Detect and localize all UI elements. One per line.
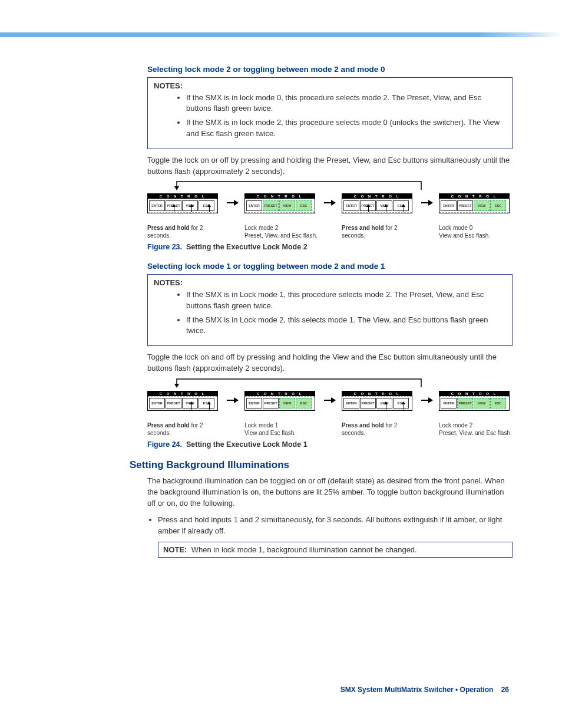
up-arrow-icon — [386, 206, 386, 212]
footer-text: SMX System MultiMatrix Switcher • Operat… — [340, 686, 494, 694]
up-arrows-group — [342, 206, 412, 216]
button-row: ENTERPRESETVIEWESC — [439, 199, 509, 213]
panel-button-enter: ENTER — [441, 398, 457, 409]
return-arrow-icon — [177, 379, 424, 388]
section3-note-box: NOTE: When in lock mode 1, background il… — [158, 542, 513, 558]
panel-button-preset: PRESET — [263, 398, 279, 409]
step-caption: Lock mode 1 View and Esc flash. — [244, 421, 318, 437]
button-row: ENTERPRESETVIEWESC — [245, 396, 315, 410]
note-item: If the SMX is in Lock mode 1, this proce… — [186, 289, 506, 311]
panel-button-esc: ESC — [296, 398, 312, 409]
diagram-step: C O N T R O LENTERPRESETVIEWESCPress and… — [342, 193, 415, 239]
header-gradient-bar — [0, 32, 562, 37]
page-number: 26 — [501, 686, 509, 694]
figure23-caption: Figure 23. Setting the Executive Lock Mo… — [147, 243, 513, 251]
notes-label: NOTES: — [154, 278, 506, 287]
control-label: C O N T R O L — [439, 391, 509, 396]
up-arrow-icon — [209, 404, 210, 410]
panel-button-enter: ENTER — [246, 398, 262, 409]
note-text: When in lock mode 1, background illumina… — [191, 545, 417, 554]
diagram-step: C O N T R O LENTERPRESETVIEWESCPress and… — [342, 391, 415, 437]
control-panel: C O N T R O LENTERPRESETVIEWESC — [439, 193, 510, 213]
section3-heading: Setting Background Illuminations — [130, 459, 513, 471]
note-item: If the SMX is in Lock mode 2, this selec… — [186, 315, 506, 336]
figure24-diagram: C O N T R O LENTERPRESETVIEWESCPress and… — [147, 380, 513, 437]
panel-button-view: VIEW — [474, 398, 490, 409]
step-caption: Lock mode 0 View and Esc flash. — [439, 224, 513, 239]
section3-paragraph: The background illumination can be toggl… — [147, 476, 513, 509]
step-caption: Press and hold for 2 seconds. — [342, 421, 415, 437]
panel-button-preset: PRESET — [457, 398, 473, 409]
control-label: C O N T R O L — [245, 194, 315, 199]
up-arrow-icon — [209, 206, 210, 212]
section2-paragraph: Toggle the lock on and off by pressing a… — [147, 352, 513, 374]
up-arrow-icon — [404, 206, 404, 212]
control-panel: C O N T R O LENTERPRESETVIEWESC — [244, 193, 315, 213]
up-arrows-group — [342, 404, 412, 413]
step-caption: Lock mode 2 Preset, View, and Esc flash. — [244, 224, 318, 239]
note-item: If the SMX is in lock mode 2, this proce… — [186, 117, 506, 139]
control-panel: C O N T R O LENTERPRESETVIEWESC — [439, 391, 510, 411]
up-arrows-group — [147, 206, 218, 216]
control-label: C O N T R O L — [342, 194, 412, 199]
section2-heading: Selecting lock mode 1 or toggling betwee… — [147, 262, 513, 271]
figure-title: Setting the Executive Lock Mode 1 — [186, 440, 308, 449]
figure-number: Figure 24. — [147, 440, 182, 449]
diagram-step: C O N T R O LENTERPRESETVIEWESCLock mode… — [439, 193, 513, 239]
up-arrow-icon — [368, 206, 369, 212]
control-panel: C O N T R O LENTERPRESETVIEWESC — [244, 391, 315, 411]
section1-paragraph: Toggle the lock on or off by pressing an… — [147, 155, 513, 177]
right-arrow-icon — [324, 397, 336, 404]
step-caption: Press and hold for 2 seconds. — [147, 224, 221, 239]
note-label: NOTE: — [163, 545, 187, 554]
control-label: C O N T R O L — [342, 391, 412, 396]
diagram-step: C O N T R O LENTERPRESETVIEWESCLock mode… — [244, 193, 318, 239]
step-caption: Press and hold for 2 seconds. — [342, 224, 415, 239]
notes-label: NOTES: — [154, 81, 506, 90]
note-item: If the SMX is in lock mode 0, this proce… — [186, 93, 506, 114]
up-arrows-group — [147, 404, 218, 413]
control-label: C O N T R O L — [148, 391, 217, 396]
page-content: Selecting lock mode 2 or toggling betwee… — [147, 65, 513, 558]
right-arrow-icon — [421, 199, 433, 206]
section1-heading: Selecting lock mode 2 or toggling betwee… — [147, 65, 513, 74]
diagram-step: C O N T R O LENTERPRESETVIEWESCLock mode… — [439, 391, 513, 437]
panel-button-preset: PRESET — [457, 200, 473, 211]
diagram-step: C O N T R O LENTERPRESETVIEWESCLock mode… — [244, 391, 318, 437]
right-arrow-icon — [324, 199, 336, 206]
up-arrow-icon — [174, 206, 174, 212]
figure-number: Figure 23. — [147, 243, 182, 251]
control-label: C O N T R O L — [148, 194, 217, 199]
bullet-item: Press and hold inputs 1 and 2 simultaneo… — [158, 515, 513, 537]
control-label: C O N T R O L — [245, 391, 315, 396]
panel-button-view: VIEW — [474, 200, 490, 211]
notes-list: If the SMX is in Lock mode 1, this proce… — [154, 289, 506, 336]
panel-button-esc: ESC — [490, 200, 506, 211]
up-arrow-icon — [386, 404, 386, 410]
panel-button-enter: ENTER — [441, 200, 457, 211]
up-arrow-icon — [404, 404, 404, 410]
diagram-step: C O N T R O LENTERPRESETVIEWESCPress and… — [147, 391, 221, 437]
page-footer: SMX System MultiMatrix Switcher • Operat… — [340, 686, 509, 694]
notes-list: If the SMX is in lock mode 0, this proce… — [154, 93, 506, 139]
button-row: ENTERPRESETVIEWESC — [245, 199, 315, 213]
panel-button-esc: ESC — [296, 200, 312, 211]
panel-button-view: VIEW — [279, 398, 295, 409]
panel-button-view: VIEW — [279, 200, 295, 211]
diagram-step: C O N T R O LENTERPRESETVIEWESCPress and… — [147, 193, 221, 239]
section2-notes-box: NOTES: If the SMX is in Lock mode 1, thi… — [147, 274, 513, 346]
figure-title: Setting the Executive Lock Mode 2 — [186, 243, 308, 251]
section1-notes-box: NOTES: If the SMX is in lock mode 0, thi… — [147, 77, 513, 149]
step-caption: Lock mode 2 Preset, View, and Esc flash. — [439, 421, 513, 437]
figure24-caption: Figure 24. Setting the Executive Lock Mo… — [147, 440, 513, 449]
figure23-diagram: C O N T R O LENTERPRESETVIEWESCPress and… — [147, 183, 513, 239]
up-arrow-icon — [191, 206, 192, 212]
step-caption: Press and hold for 2 seconds. — [147, 421, 221, 437]
panel-button-preset: PRESET — [263, 200, 279, 211]
panel-button-esc: ESC — [490, 398, 506, 409]
button-row: ENTERPRESETVIEWESC — [439, 396, 509, 410]
section3-bullet-list: Press and hold inputs 1 and 2 simultaneo… — [147, 515, 513, 537]
return-arrow-icon — [177, 182, 424, 191]
panel-button-enter: ENTER — [246, 200, 262, 211]
up-arrow-icon — [191, 404, 192, 410]
